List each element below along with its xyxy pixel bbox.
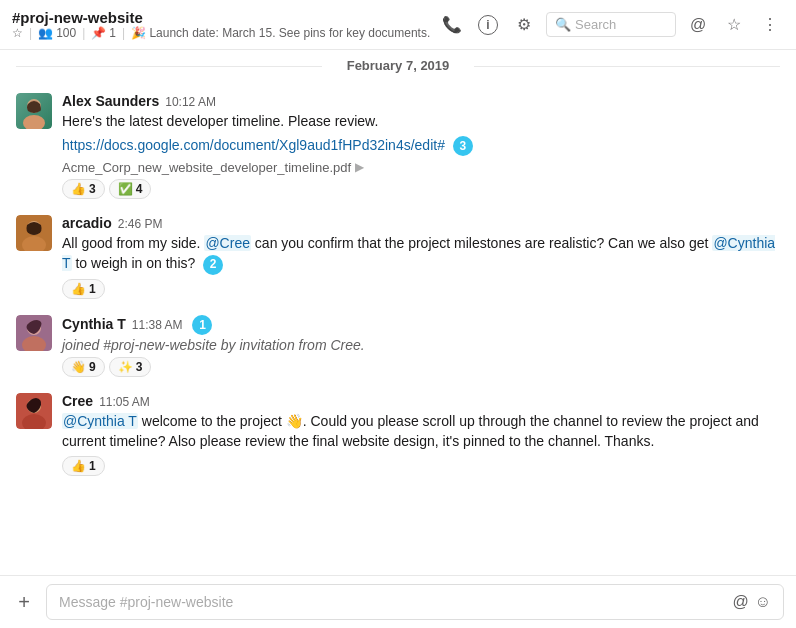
- input-emoji-icon[interactable]: ☺: [755, 593, 771, 611]
- msg-author-alex: Alex Saunders: [62, 93, 159, 109]
- date-divider: February 7, 2019: [16, 50, 780, 81]
- message-cynthia: Cynthia T 11:38 AM 1 joined #proj-new-we…: [0, 311, 796, 381]
- msg-badge-arcadio: 2: [203, 255, 223, 275]
- msg-content-alex: Alex Saunders 10:12 AM Here's the latest…: [62, 93, 780, 199]
- reactions-arcadio: 👍 1: [62, 279, 780, 299]
- msg-time-cree: 11:05 AM: [99, 395, 150, 409]
- at-icon: @: [690, 16, 706, 34]
- msg-content-cree: Cree 11:05 AM @Cynthia T welcome to the …: [62, 393, 780, 476]
- star-button[interactable]: ☆: [720, 11, 748, 39]
- mention-cynthia-cree[interactable]: @Cynthia T: [62, 413, 138, 429]
- add-attachment-button[interactable]: +: [12, 590, 36, 614]
- reaction-thumbs-alex[interactable]: 👍 3: [62, 179, 105, 199]
- msg-author-arcadio: arcadio: [62, 215, 112, 231]
- avatar-alex: [16, 93, 52, 129]
- reactions-alex: 👍 3 ✅ 4: [62, 179, 780, 199]
- reactions-cree: 👍 1: [62, 456, 780, 476]
- messages-scroll: February 7, 2019 Alex Saund: [0, 50, 796, 575]
- mention-cree[interactable]: @Cree: [204, 235, 251, 251]
- info-button[interactable]: i: [474, 11, 502, 39]
- attachment-name-alex: Acme_Corp_new_website_developer_timeline…: [62, 160, 351, 175]
- msg-text-alex: Here's the latest developer timeline. Pl…: [62, 111, 780, 132]
- channel-name: #proj-new-website: [12, 9, 432, 26]
- msg-badge-cynthia: 1: [192, 315, 212, 335]
- message-input-placeholder: Message #proj-new-website: [59, 594, 233, 610]
- message-cree: Cree 11:05 AM @Cynthia T welcome to the …: [0, 389, 796, 480]
- msg-header-cynthia: Cynthia T 11:38 AM 1: [62, 315, 780, 335]
- at-button[interactable]: @: [684, 11, 712, 39]
- more-button[interactable]: ⋮: [756, 11, 784, 39]
- msg-author-cree: Cree: [62, 393, 93, 409]
- svg-point-1: [23, 115, 45, 129]
- msg-text-arcadio: All good from my side. @Cree can you con…: [62, 233, 780, 275]
- phone-icon: 📞: [442, 15, 462, 34]
- msg-text-cree: @Cynthia T welcome to the project 👋. Cou…: [62, 411, 780, 452]
- message-input-area: + Message #proj-new-website @ ☺: [0, 575, 796, 628]
- content-area: February 7, 2019 Alex Saund: [0, 50, 796, 628]
- header-icons: 📞 i ⚙ 🔍 Search @ ☆ ⋮: [438, 11, 784, 39]
- member-count: 👥 100: [38, 26, 76, 40]
- gear-icon: ⚙: [517, 15, 531, 34]
- msg-content-cynthia: Cynthia T 11:38 AM 1 joined #proj-new-we…: [62, 315, 780, 377]
- msg-link-alex[interactable]: https://docs.google.com/document/Xgl9aud…: [62, 137, 445, 153]
- msg-time-arcadio: 2:46 PM: [118, 217, 163, 231]
- message-input-box[interactable]: Message #proj-new-website @ ☺: [46, 584, 784, 620]
- reaction-check-alex[interactable]: ✅ 4: [109, 179, 152, 199]
- msg-header-arcadio: arcadio 2:46 PM: [62, 215, 780, 231]
- input-at-icon[interactable]: @: [732, 593, 748, 611]
- message-arcadio: arcadio 2:46 PM All good from my side. @…: [0, 211, 796, 303]
- msg-time-alex: 10:12 AM: [165, 95, 216, 109]
- star-icon-header: ☆: [727, 15, 741, 34]
- avatar-cree: [16, 393, 52, 429]
- msg-link-container: https://docs.google.com/document/Xgl9aud…: [62, 136, 780, 156]
- msg-header-alex: Alex Saunders 10:12 AM: [62, 93, 780, 109]
- header: #proj-new-website ☆ | 👥 100 | 📌 1 | 🎉 La…: [0, 0, 796, 50]
- info-icon: i: [478, 15, 498, 35]
- link-badge-alex: 3: [453, 136, 473, 156]
- app-container: #proj-new-website ☆ | 👥 100 | 📌 1 | 🎉 La…: [0, 0, 796, 628]
- phone-button[interactable]: 📞: [438, 11, 466, 39]
- settings-button[interactable]: ⚙: [510, 11, 538, 39]
- msg-header-cree: Cree 11:05 AM: [62, 393, 780, 409]
- header-meta: ☆ | 👥 100 | 📌 1 | 🎉 Launch date: March 1…: [12, 26, 432, 40]
- reactions-cynthia: 👋 9 ✨ 3: [62, 357, 780, 377]
- avatar-cynthia: [16, 315, 52, 351]
- pin-count: 📌 1: [91, 26, 116, 40]
- input-icons: @ ☺: [732, 593, 771, 611]
- message-alex: Alex Saunders 10:12 AM Here's the latest…: [0, 89, 796, 203]
- msg-time-cynthia: 11:38 AM: [132, 318, 183, 332]
- search-box[interactable]: 🔍 Search: [546, 12, 676, 37]
- launch-info: 🎉 Launch date: March 15. See pins for ke…: [131, 26, 430, 40]
- reaction-thumbs-arcadio[interactable]: 👍 1: [62, 279, 105, 299]
- msg-joined-cynthia: joined #proj-new-website by invitation f…: [62, 337, 780, 353]
- attachment-alex: Acme_Corp_new_website_developer_timeline…: [62, 160, 780, 175]
- avatar-arcadio: [16, 215, 52, 251]
- header-title-section: #proj-new-website ☆ | 👥 100 | 📌 1 | 🎉 La…: [12, 9, 432, 40]
- msg-author-cynthia: Cynthia T: [62, 316, 126, 332]
- reaction-sparkle-cynthia[interactable]: ✨ 3: [109, 357, 152, 377]
- reaction-thumbs-cree[interactable]: 👍 1: [62, 456, 105, 476]
- more-icon: ⋮: [762, 15, 778, 34]
- attachment-arrow: ▶: [355, 160, 364, 174]
- msg-content-arcadio: arcadio 2:46 PM All good from my side. @…: [62, 215, 780, 299]
- mention-cynthia[interactable]: @Cynthia T: [62, 235, 775, 272]
- reaction-wave-cynthia[interactable]: 👋 9: [62, 357, 105, 377]
- search-icon: 🔍: [555, 17, 571, 32]
- star-icon: ☆: [12, 26, 23, 40]
